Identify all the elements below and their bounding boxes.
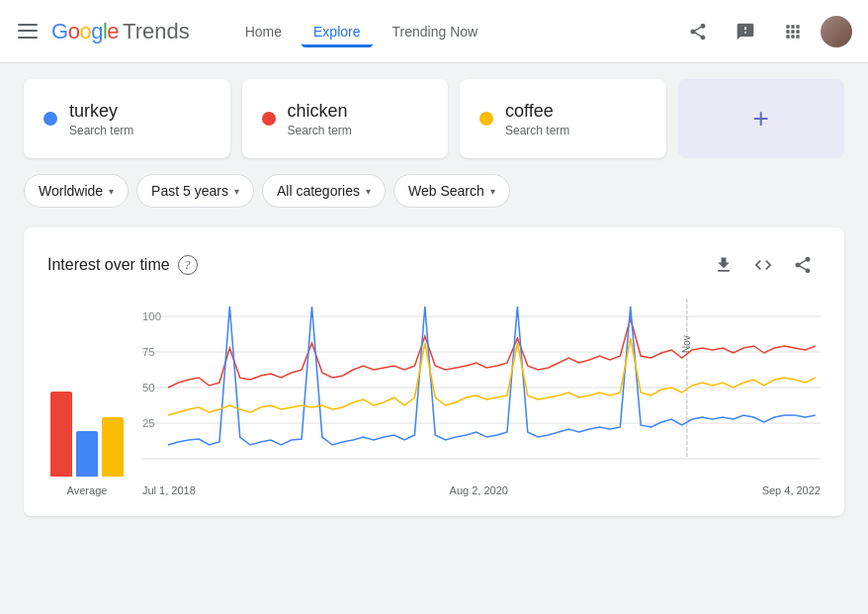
line-chart-container: 100 75 50 25 Nov Jul 1, 2018 <box>142 299 821 496</box>
avatar[interactable] <box>821 16 852 47</box>
chicken-line <box>168 318 816 388</box>
avg-bar-chicken <box>50 392 72 477</box>
logo-google-text: Google <box>51 19 119 44</box>
download-icon <box>714 255 734 275</box>
embed-icon <box>753 255 773 275</box>
avg-bar-turkey <box>76 431 98 477</box>
chicken-name: chicken <box>288 101 352 122</box>
chart-title: Interest over time <box>47 256 170 274</box>
main-nav: Home Explore Trending Now <box>233 16 489 47</box>
svg-text:75: 75 <box>142 346 155 358</box>
turkey-info: turkey Search term <box>69 101 133 137</box>
filter-type-label: Web Search <box>408 183 484 199</box>
x-label-3: Sep 4, 2022 <box>762 484 821 496</box>
svg-text:25: 25 <box>142 417 155 429</box>
filters-row: Worldwide ▾ Past 5 years ▾ All categorie… <box>24 174 844 208</box>
chicken-dot <box>262 112 276 126</box>
filter-time[interactable]: Past 5 years ▾ <box>136 174 254 208</box>
share-chart-icon <box>793 255 813 275</box>
menu-icon[interactable] <box>16 20 40 44</box>
turkey-line <box>168 307 816 445</box>
turkey-name: turkey <box>69 101 133 122</box>
filter-worldwide-label: Worldwide <box>39 183 103 199</box>
coffee-type: Search term <box>505 124 569 137</box>
search-term-coffee[interactable]: coffee Search term <box>460 79 666 158</box>
search-terms-row: turkey Search term chicken Search term c… <box>24 79 844 158</box>
filter-time-label: Past 5 years <box>151 183 228 199</box>
logo-trends-text: Trends <box>123 19 190 44</box>
x-label-1: Jul 1, 2018 <box>142 484 196 496</box>
svg-text:50: 50 <box>142 382 155 394</box>
line-chart-svg: 100 75 50 25 Nov <box>142 299 821 477</box>
svg-text:Nov: Nov <box>681 334 692 353</box>
search-term-chicken[interactable]: chicken Search term <box>242 79 449 158</box>
filter-categories[interactable]: All categories ▾ <box>262 174 386 208</box>
coffee-info: coffee Search term <box>505 101 569 137</box>
share-chart-icon-btn[interactable] <box>785 247 821 283</box>
chicken-type: Search term <box>288 124 352 137</box>
coffee-name: coffee <box>505 101 569 122</box>
coffee-dot <box>479 112 493 126</box>
coffee-line <box>168 338 816 415</box>
turkey-dot <box>43 112 57 126</box>
apps-icon-btn[interactable] <box>773 12 813 51</box>
turkey-type: Search term <box>69 124 133 137</box>
chart-actions <box>706 247 821 283</box>
search-term-turkey[interactable]: turkey Search term <box>24 79 230 158</box>
embed-icon-btn[interactable] <box>745 247 781 283</box>
chart-area: Average 100 75 50 25 <box>47 299 821 496</box>
nav-explore[interactable]: Explore <box>302 16 372 47</box>
header: Google Trends Home Explore Trending Now <box>0 0 868 63</box>
main-content: turkey Search term chicken Search term c… <box>0 63 868 532</box>
avatar-image <box>821 16 852 47</box>
apps-icon <box>783 22 803 42</box>
header-right <box>678 12 852 51</box>
add-icon: + <box>753 103 769 134</box>
feedback-icon-btn[interactable] <box>726 12 765 51</box>
filter-type[interactable]: Web Search ▾ <box>393 174 510 208</box>
google-trends-logo[interactable]: Google Trends <box>51 19 190 44</box>
share-icon-btn[interactable] <box>678 12 718 51</box>
feedback-icon <box>736 22 755 42</box>
help-icon[interactable]: ? <box>178 255 198 275</box>
nav-home[interactable]: Home <box>233 16 294 47</box>
chart-title-row: Interest over time ? <box>47 255 198 275</box>
average-bars: Average <box>47 358 127 496</box>
chicken-info: chicken Search term <box>288 101 352 137</box>
chart-header: Interest over time ? <box>47 247 821 283</box>
filter-categories-label: All categories <box>277 183 360 199</box>
chevron-down-icon: ▾ <box>109 186 114 197</box>
avg-label: Average <box>67 484 108 496</box>
chevron-down-icon: ▾ <box>366 186 371 197</box>
nav-trending[interactable]: Trending Now <box>381 16 490 47</box>
avg-bar-coffee <box>102 417 124 477</box>
filter-worldwide[interactable]: Worldwide ▾ <box>24 174 129 208</box>
x-label-2: Aug 2, 2020 <box>450 484 508 496</box>
header-left: Google Trends Home Explore Trending Now <box>16 16 489 47</box>
x-axis-labels: Jul 1, 2018 Aug 2, 2020 Sep 4, 2022 <box>142 481 821 496</box>
chevron-down-icon: ▾ <box>234 186 239 197</box>
interest-over-time-card: Interest over time ? <box>24 227 844 516</box>
download-icon-btn[interactable] <box>706 247 741 283</box>
add-term-card[interactable]: + <box>678 79 845 158</box>
chevron-down-icon: ▾ <box>490 186 495 197</box>
share-icon <box>688 22 708 42</box>
avg-bars-container <box>50 358 124 477</box>
svg-text:100: 100 <box>142 310 161 322</box>
